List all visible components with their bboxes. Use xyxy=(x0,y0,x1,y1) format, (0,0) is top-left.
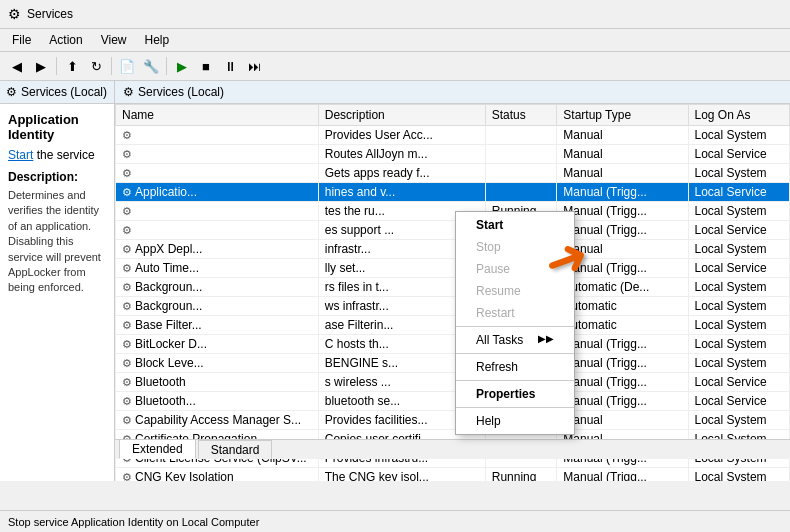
play-button[interactable]: ▶ xyxy=(171,55,193,77)
context-menu-item-properties[interactable]: Properties xyxy=(456,383,574,405)
table-row[interactable]: ⚙AppX Depl... infrastr... Manual Local S… xyxy=(116,240,790,259)
cell-name: ⚙BitLocker D... xyxy=(116,335,319,354)
pause-button[interactable]: ⏸ xyxy=(219,55,241,77)
cell-logon: Local Service xyxy=(688,392,789,411)
status-bar: Stop service Application Identity on Loc… xyxy=(0,510,790,532)
right-panel: ⚙ Services (Local) Name Description Stat… xyxy=(115,81,790,481)
menu-help[interactable]: Help xyxy=(137,31,178,49)
title-text: Services xyxy=(27,7,73,21)
cell-logon: Local System xyxy=(688,126,789,145)
col-name[interactable]: Name xyxy=(116,105,319,126)
cell-startup: Manual xyxy=(557,126,688,145)
cell-name: ⚙Backgroun... xyxy=(116,278,319,297)
cell-startup: Automatic xyxy=(557,297,688,316)
cell-name: ⚙Bluetooth xyxy=(116,373,319,392)
panel-wrapper: Name Description Status Startup Type Log… xyxy=(115,104,790,481)
context-menu-item-help[interactable]: Help xyxy=(456,410,574,432)
title-bar: ⚙ Services xyxy=(0,0,790,29)
services-table: Name Description Status Startup Type Log… xyxy=(115,104,790,481)
tab-extended[interactable]: Extended xyxy=(119,439,196,459)
left-panel: ⚙ Services (Local) Application Identity … xyxy=(0,81,115,481)
cell-logon: Local System xyxy=(688,411,789,430)
cell-logon: Local System xyxy=(688,240,789,259)
context-menu-item-start[interactable]: Start xyxy=(456,214,574,236)
col-status[interactable]: Status xyxy=(485,105,557,126)
table-row[interactable]: ⚙Auto Time... lly set... Manual (Trigg..… xyxy=(116,259,790,278)
table-row[interactable]: ⚙Backgroun... rs files in t... Running A… xyxy=(116,278,790,297)
resume-button[interactable]: ⏭ xyxy=(243,55,265,77)
table-row[interactable]: ⚙Block Leve... BENGINE s... Manual (Trig… xyxy=(116,354,790,373)
table-row[interactable]: ⚙Base Filter... ase Filterin... Running … xyxy=(116,316,790,335)
table-row[interactable]: ⚙Bluetooth... bluetooth se... Manual (Tr… xyxy=(116,392,790,411)
cell-startup: Manual (Trigg... xyxy=(557,202,688,221)
table-row[interactable]: ⚙CNG Key Isolation The CNG key isol... R… xyxy=(116,468,790,482)
forward-button[interactable]: ▶ xyxy=(30,55,52,77)
cell-startup: Manual (Trigg... xyxy=(557,373,688,392)
cell-logon: Local System xyxy=(688,278,789,297)
cell-name: ⚙Auto Time... xyxy=(116,259,319,278)
context-menu[interactable]: StartStopPauseResumeRestartAll Tasks ▶Re… xyxy=(455,211,575,435)
cell-status xyxy=(485,126,557,145)
cell-name: ⚙Bluetooth... xyxy=(116,392,319,411)
back-button[interactable]: ◀ xyxy=(6,55,28,77)
left-panel-title: Services (Local) xyxy=(21,85,107,99)
start-link[interactable]: Start xyxy=(8,148,33,162)
cell-desc: The CNG key isol... xyxy=(318,468,485,482)
cell-startup: Automatic (De... xyxy=(557,278,688,297)
toolbar: ◀ ▶ ⬆ ↻ 📄 🔧 ▶ ■ ⏸ ⏭ xyxy=(0,52,790,81)
refresh-button[interactable]: ↻ xyxy=(85,55,107,77)
cell-name: ⚙Capability Access Manager S... xyxy=(116,411,319,430)
cell-startup: Manual (Trigg... xyxy=(557,392,688,411)
tab-standard[interactable]: Standard xyxy=(198,440,273,459)
cell-logon: Local Service xyxy=(688,373,789,392)
menu-action[interactable]: Action xyxy=(41,31,90,49)
cell-status xyxy=(485,145,557,164)
bottom-tabs: Extended Standard xyxy=(115,439,790,459)
app-icon: ⚙ xyxy=(8,6,21,22)
cell-logon: Local Service xyxy=(688,183,789,202)
cell-desc: hines and v... xyxy=(318,183,485,202)
cell-name: ⚙AppX Depl... xyxy=(116,240,319,259)
col-startup[interactable]: Startup Type xyxy=(557,105,688,126)
status-text: Stop service Application Identity on Loc… xyxy=(8,516,259,528)
table-row[interactable]: ⚙Bluetooth s wireless ... Manual (Trigg.… xyxy=(116,373,790,392)
table-row[interactable]: ⚙ Provides User Acc... Manual Local Syst… xyxy=(116,126,790,145)
table-row[interactable]: ⚙ Routes AllJoyn m... Manual Local Servi… xyxy=(116,145,790,164)
table-row[interactable]: ⚙ tes the ru... Running Manual (Trigg...… xyxy=(116,202,790,221)
stop-button[interactable]: ■ xyxy=(195,55,217,77)
context-menu-item-all-tasks[interactable]: All Tasks ▶ xyxy=(456,329,574,351)
cell-startup: Manual xyxy=(557,411,688,430)
export-button[interactable]: 📄 xyxy=(116,55,138,77)
col-logon[interactable]: Log On As xyxy=(688,105,789,126)
cell-logon: Local System xyxy=(688,468,789,482)
context-menu-item-refresh[interactable]: Refresh xyxy=(456,356,574,378)
cell-logon: Local System xyxy=(688,354,789,373)
cell-startup: Manual xyxy=(557,240,688,259)
cell-logon: Local Service xyxy=(688,259,789,278)
right-panel-title: Services (Local) xyxy=(138,85,224,99)
properties-button[interactable]: 🔧 xyxy=(140,55,162,77)
service-name: Application Identity xyxy=(8,112,106,142)
cell-startup: Manual (Trigg... xyxy=(557,354,688,373)
table-row[interactable]: ⚙ es support ... Manual (Trigg... Local … xyxy=(116,221,790,240)
table-row[interactable]: ⚙Backgroun... ws infrastr... Running Aut… xyxy=(116,297,790,316)
cell-name: ⚙Block Leve... xyxy=(116,354,319,373)
table-row[interactable]: ⚙BitLocker D... C hosts th... Manual (Tr… xyxy=(116,335,790,354)
cell-name: ⚙Base Filter... xyxy=(116,316,319,335)
up-button[interactable]: ⬆ xyxy=(61,55,83,77)
col-description[interactable]: Description xyxy=(318,105,485,126)
cell-startup: Manual xyxy=(557,145,688,164)
cell-status: Running xyxy=(485,468,557,482)
cell-desc: Routes AllJoyn m... xyxy=(318,145,485,164)
menu-file[interactable]: File xyxy=(4,31,39,49)
context-menu-item-restart: Restart xyxy=(456,302,574,324)
cell-logon: Local Service xyxy=(688,145,789,164)
table-row[interactable]: ⚙ Gets apps ready f... Manual Local Syst… xyxy=(116,164,790,183)
cell-name: ⚙ xyxy=(116,202,319,221)
table-row[interactable]: ⚙Applicatio... hines and v... Manual (Tr… xyxy=(116,183,790,202)
table-row[interactable]: ⚙Capability Access Manager S... Provides… xyxy=(116,411,790,430)
menu-view[interactable]: View xyxy=(93,31,135,49)
context-menu-item-stop: Stop xyxy=(456,236,574,258)
cell-logon: Local System xyxy=(688,202,789,221)
services-table-container[interactable]: Name Description Status Startup Type Log… xyxy=(115,104,790,481)
